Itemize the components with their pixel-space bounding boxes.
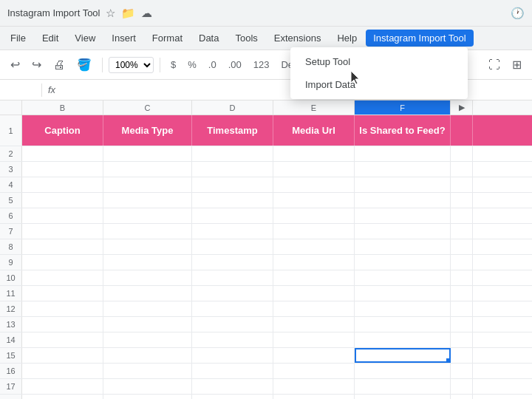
grid-cell[interactable] — [355, 162, 451, 177]
grid-cell[interactable] — [451, 317, 473, 332]
currency-button[interactable]: $ — [166, 58, 180, 72]
grid-cell[interactable] — [103, 317, 192, 332]
selected-cell[interactable] — [355, 348, 451, 363]
grid-cell[interactable] — [103, 224, 192, 239]
print-button[interactable]: 🖨 — [49, 55, 69, 75]
grid-cell[interactable] — [22, 177, 103, 192]
grid-cell[interactable] — [273, 208, 355, 223]
grid-cell[interactable] — [355, 239, 451, 254]
grid-cell[interactable] — [355, 332, 451, 347]
grid-cell[interactable] — [451, 379, 473, 394]
header-timestamp[interactable]: Timestamp — [192, 115, 273, 146]
grid-cell[interactable] — [22, 286, 103, 301]
grid-cell[interactable] — [192, 379, 273, 394]
folder-icon[interactable]: 📁 — [121, 7, 135, 20]
grid-cell[interactable] — [451, 239, 473, 254]
col-header-d[interactable]: D — [192, 100, 273, 115]
grid-cell[interactable] — [22, 364, 103, 378]
inc-decimal-button[interactable]: .00 — [224, 58, 246, 72]
undo-button[interactable]: ↩ — [6, 55, 24, 75]
grid-cell[interactable] — [273, 379, 355, 394]
grid-cell[interactable] — [451, 193, 473, 208]
grid-cell[interactable] — [451, 301, 473, 316]
grid-cell[interactable] — [192, 193, 273, 208]
menu-insert[interactable]: Insert — [104, 30, 143, 47]
grid-cell[interactable] — [355, 193, 451, 208]
menu-format[interactable]: Format — [145, 30, 190, 47]
grid-cell[interactable] — [22, 301, 103, 316]
header-caption[interactable]: Caption — [22, 115, 103, 146]
grid-cell[interactable] — [273, 162, 355, 177]
grid-cell[interactable] — [192, 162, 273, 177]
grid-cell[interactable] — [22, 208, 103, 223]
grid-cell[interactable] — [451, 177, 473, 192]
grid-cell[interactable] — [273, 270, 355, 285]
grid-cell[interactable] — [22, 348, 103, 363]
grid-cell[interactable] — [22, 317, 103, 332]
grid-cell[interactable] — [451, 270, 473, 285]
grid-cell[interactable] — [22, 379, 103, 394]
grid-cell[interactable] — [103, 270, 192, 285]
grid-cell[interactable] — [103, 146, 192, 161]
zoom-select[interactable]: 100% — [109, 57, 154, 73]
grid-cell[interactable] — [451, 162, 473, 177]
grid-cell[interactable] — [192, 208, 273, 223]
expand-button[interactable]: ⛶ — [484, 55, 505, 75]
layout-button[interactable]: ⊞ — [508, 55, 526, 75]
star-icon[interactable]: ☆ — [106, 7, 115, 20]
grid-cell[interactable] — [355, 301, 451, 316]
grid-cell[interactable] — [273, 364, 355, 378]
grid-cell[interactable] — [451, 395, 473, 399]
menu-tools[interactable]: Tools — [228, 30, 265, 47]
grid-cell[interactable] — [273, 286, 355, 301]
grid-cell[interactable] — [355, 255, 451, 270]
col-header-g[interactable]: ▶ — [451, 100, 473, 115]
grid-cell[interactable] — [103, 255, 192, 270]
col-header-c[interactable]: C — [103, 100, 192, 115]
grid-cell[interactable] — [355, 395, 451, 399]
cloud-icon[interactable]: ☁ — [141, 7, 152, 20]
setup-tool-item[interactable]: Setup Tool — [290, 50, 468, 73]
grid-cell[interactable] — [103, 162, 192, 177]
grid-cell[interactable] — [192, 239, 273, 254]
grid-cell[interactable] — [273, 255, 355, 270]
history-icon[interactable]: 🕐 — [511, 7, 525, 19]
header-is-shared[interactable]: Is Shared to Feed? — [355, 115, 451, 146]
grid-cell[interactable] — [451, 286, 473, 301]
header-media-url[interactable]: Media Url — [273, 115, 355, 146]
grid-cell[interactable] — [192, 177, 273, 192]
grid-cell[interactable] — [273, 348, 355, 363]
col-header-f[interactable]: F — [355, 100, 451, 115]
grid-cell[interactable] — [451, 208, 473, 223]
grid-cell[interactable] — [192, 364, 273, 378]
cell-fill-handle[interactable] — [446, 358, 451, 363]
paint-format-button[interactable]: 🪣 — [72, 55, 96, 75]
grid-cell[interactable] — [192, 270, 273, 285]
grid-cell[interactable] — [355, 364, 451, 378]
grid-cell[interactable] — [103, 395, 192, 399]
grid-cell[interactable] — [451, 348, 473, 363]
grid-cell[interactable] — [22, 270, 103, 285]
grid-cell[interactable] — [273, 193, 355, 208]
grid-cell[interactable] — [355, 208, 451, 223]
grid-cell[interactable] — [103, 364, 192, 378]
grid-cell[interactable] — [192, 224, 273, 239]
grid-cell[interactable] — [192, 332, 273, 347]
grid-cell[interactable] — [273, 239, 355, 254]
grid-cell[interactable] — [273, 146, 355, 161]
menu-extensions[interactable]: Extensions — [267, 30, 329, 47]
grid-cell[interactable] — [273, 332, 355, 347]
grid-cell[interactable] — [103, 239, 192, 254]
grid-cell[interactable] — [22, 395, 103, 399]
grid-cell[interactable] — [273, 224, 355, 239]
col-header-e[interactable]: E — [273, 100, 355, 115]
grid-cell[interactable] — [355, 146, 451, 161]
grid-cell[interactable] — [192, 255, 273, 270]
dec-decimal-button[interactable]: .0 — [204, 58, 221, 72]
grid-cell[interactable] — [451, 146, 473, 161]
grid-cell[interactable] — [192, 348, 273, 363]
grid-cell[interactable] — [192, 301, 273, 316]
grid-cell[interactable] — [192, 395, 273, 399]
grid-cell[interactable] — [355, 224, 451, 239]
menu-instagram-import-tool[interactable]: Instagram Import Tool — [366, 30, 473, 47]
